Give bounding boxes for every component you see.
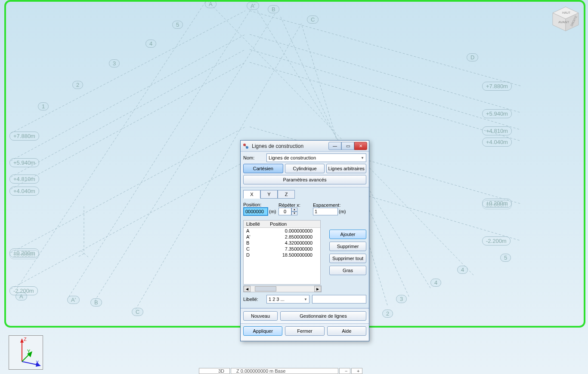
table-row[interactable]: A'2.850000000 [244, 234, 320, 240]
svg-text:X: X [36, 360, 39, 365]
status-plus-button[interactable]: + [351, 368, 362, 374]
grid-bubble-Aprime-bottom: A' [67, 296, 80, 304]
table-row[interactable]: B4.320000000 [244, 240, 320, 246]
grid-bubble-5: 5 [172, 21, 183, 29]
positions-table[interactable]: Libellé Position A0.000000000A'2.8500000… [243, 220, 321, 285]
spin-down-icon[interactable]: ▼ [291, 212, 297, 215]
construction-lines-dialog: Lignes de construction — ▭ ✕ Nom: Lignes… [240, 140, 369, 341]
repeat-label: Répéter x: [279, 202, 313, 208]
scroll-thumb[interactable] [255, 286, 276, 291]
spacing-input[interactable] [313, 208, 338, 215]
grid-bubble-B-bottom: B [90, 298, 102, 307]
elev-left-7.880: +7.880m [9, 132, 39, 141]
svg-line-11 [11, 62, 245, 189]
grid-bubble-A-bottom: A [15, 292, 27, 300]
svg-line-12 [11, 127, 245, 253]
elev-right-0.000: ±0.000m [482, 200, 512, 209]
minimize-button[interactable]: — [328, 142, 341, 150]
cube-face-front: AVANT [558, 20, 569, 24]
svg-line-16 [250, 49, 521, 130]
axis-tab-z[interactable]: Z [278, 190, 295, 199]
repeat-input[interactable] [279, 208, 291, 215]
maximize-button[interactable]: ▭ [341, 142, 354, 150]
svg-text:Y: Y [27, 349, 31, 354]
svg-line-13 [11, 161, 245, 289]
scroll-right-icon[interactable]: ▶ [314, 286, 321, 292]
apply-button[interactable]: Appliquer [243, 326, 282, 336]
advanced-params-button[interactable]: Paramètres avancés [243, 175, 366, 184]
table-row[interactable]: C7.350000000 [244, 246, 320, 252]
tab-arbitrary[interactable]: Lignes arbitraires [326, 164, 366, 173]
grid-bubble-4l: 4 [430, 279, 441, 287]
dialog-title: Lignes de construction [252, 143, 328, 149]
chevron-down-icon: ▼ [361, 156, 364, 160]
scroll-left-icon[interactable]: ◀ [244, 286, 251, 292]
elev-right-7.880: +7.880m [482, 82, 512, 91]
table-row[interactable]: D18.500000000 [244, 252, 320, 258]
elev-right-5.940: +5.940m [482, 109, 512, 118]
axis-tab-x[interactable]: X [243, 190, 260, 199]
grid-bubble-2r: 2 [382, 310, 393, 318]
elev-left-0.200: ±0.200m [9, 248, 39, 258]
position-label: Position: [243, 202, 279, 207]
position-unit: (m) [269, 209, 276, 214]
status-view-mode: 3D [199, 368, 230, 374]
axis-tab-y[interactable]: Y [260, 190, 278, 199]
status-bar: 3D Z 0.000000000 m Base − + [199, 367, 362, 374]
add-button[interactable]: Ajouter [329, 230, 366, 239]
svg-line-9 [11, 34, 245, 161]
elev-right-4.040: +4.040m [482, 138, 512, 147]
col-label[interactable]: Libellé [244, 221, 267, 228]
help-button[interactable]: Aide [327, 326, 366, 336]
spin-up-icon[interactable]: ▲ [291, 208, 297, 212]
view-cube[interactable]: AVANT DROITE HAUT [548, 1, 583, 32]
close-dialog-button[interactable]: Fermer [285, 326, 324, 336]
repeat-stepper[interactable]: ▲▼ [279, 208, 298, 215]
label-override-input[interactable] [312, 295, 366, 303]
axis-gizmo[interactable]: Z X Y [9, 335, 43, 370]
close-button[interactable]: ✕ [354, 142, 367, 150]
grid-bubble-Aprime: A' [247, 2, 259, 10]
grid-bubble-2: 2 [72, 81, 83, 89]
grid-bubble-1: 1 [38, 102, 49, 110]
grid-bubble-4r: 4 [457, 266, 468, 274]
tab-cartesian[interactable]: Cartésien [243, 164, 283, 173]
grid-bubble-3: 3 [109, 59, 120, 67]
tab-cylindrical[interactable]: Cylindrique [285, 164, 325, 173]
table-row[interactable]: A0.000000000 [244, 228, 320, 234]
grid-bubble-3r: 3 [396, 295, 407, 303]
svg-line-8 [11, 11, 245, 133]
table-h-scrollbar[interactable]: ◀ ▶ [243, 285, 322, 292]
delete-button[interactable]: Supprimer [329, 242, 366, 251]
name-label: Nom: [243, 155, 264, 160]
status-coordinates: Z 0.000000000 m Base [231, 368, 338, 374]
elev-right-4.810: +4.810m [482, 126, 512, 135]
bold-button[interactable]: Gras [329, 266, 366, 275]
col-position[interactable]: Position [267, 221, 320, 228]
elev-right-2.200: -2.200m [482, 236, 511, 245]
position-input[interactable] [243, 207, 268, 216]
svg-line-0 [17, 0, 207, 288]
name-combo[interactable]: Lignes de construction ▼ [266, 153, 366, 162]
status-minus-button[interactable]: − [339, 368, 350, 374]
label-scheme-combo[interactable]: 1 2 3 ... ▼ [266, 295, 309, 303]
svg-line-17 [250, 62, 521, 141]
elev-left-2.200: -2.200m [9, 286, 38, 295]
label-scheme-label: Libellé: [243, 297, 264, 302]
svg-line-22 [77, 254, 84, 257]
dialog-icon [242, 143, 249, 150]
dialog-titlebar[interactable]: Lignes de construction — ▭ ✕ [241, 141, 369, 152]
svg-marker-27 [20, 338, 24, 343]
grid-bubble-B: B [268, 5, 279, 13]
svg-line-1 [69, 4, 254, 297]
delete-all-button[interactable]: Supprimer tout [329, 254, 366, 263]
line-manager-button[interactable]: Gestionnaire de lignes [280, 311, 366, 321]
new-button[interactable]: Nouveau [243, 311, 278, 321]
grid-bubble-5r: 5 [500, 254, 511, 262]
elev-left-0.000: ±0.000m [9, 250, 39, 259]
svg-line-14 [250, 11, 521, 86]
spacing-unit: (m) [339, 209, 346, 214]
svg-line-15 [250, 34, 521, 113]
svg-line-37 [244, 145, 247, 147]
elev-left-4.040: +4.040m [9, 187, 39, 196]
